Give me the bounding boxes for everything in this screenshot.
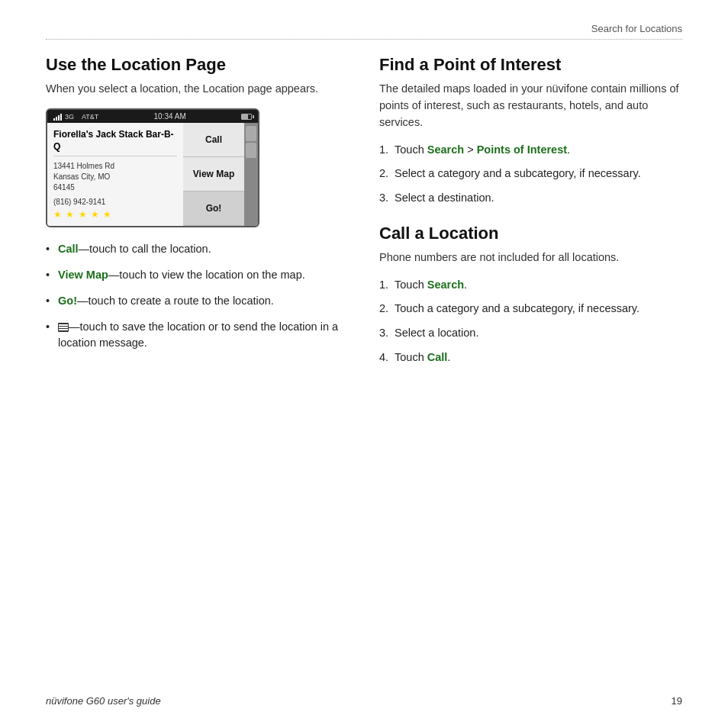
phone-left-panel: Fiorella's Jack Stack Bar-B-Q 13441 Holm…	[47, 123, 183, 226]
bullet-text-viewmap: —touch to view the location on the map.	[108, 269, 305, 281]
battery-fill	[242, 114, 248, 119]
find-poi-step-1-link2: Points of Interest	[477, 143, 567, 156]
left-section-title: Use the Location Page	[46, 55, 349, 75]
page-container: Search for Locations Use the Location Pa…	[0, 0, 728, 728]
call-step-1-num: 1.	[379, 277, 388, 294]
phone-carrier: AT&T	[82, 113, 98, 121]
menu-icon	[58, 323, 69, 332]
find-poi-step-1: 1. Touch Search > Points of Interest.	[379, 142, 682, 159]
phone-side-btn-1	[246, 126, 256, 141]
phone-stars: ★ ★ ★ ★ ★	[53, 209, 177, 220]
header-text: Search for Locations	[591, 23, 682, 34]
call-location-step-2: 2. Touch a category and a subcategory, i…	[379, 301, 682, 317]
phone-side-btn-2	[246, 143, 256, 158]
find-poi-step-3-num: 3.	[379, 190, 388, 207]
call-location-step-3: 3. Select a location.	[379, 325, 682, 342]
call-step-2-text: Touch a category and a subcategory, if n…	[395, 302, 639, 314]
bullet-term-go: Go!	[58, 295, 77, 307]
bullet-item-viewmap: View Map—touch to view the location on t…	[46, 267, 349, 284]
left-section-intro: When you select a location, the Location…	[46, 81, 349, 98]
find-poi-step-1-link1: Search	[427, 143, 464, 156]
call-step-4-num: 4.	[379, 350, 388, 366]
call-location-intro: Phone numbers are not included for all l…	[379, 250, 682, 266]
find-poi-step-3: 3. Select a destination.	[379, 190, 682, 207]
right-column: Find a Point of Interest The detailed ma…	[379, 55, 682, 374]
phone-address-line2: Kansas City, MO	[53, 172, 110, 181]
signal-bars	[53, 113, 62, 121]
signal-bar-1	[53, 118, 55, 121]
footer-page: 19	[672, 695, 682, 707]
bullet-item-call: Call—touch to call the location.	[46, 241, 349, 258]
phone-status-left: 3G AT&T	[53, 113, 98, 121]
phone-location-name: Fiorella's Jack Stack Bar-B-Q	[53, 129, 177, 156]
call-location-title: Call a Location	[379, 224, 682, 243]
left-column: Use the Location Page When you select a …	[46, 55, 349, 374]
call-step-3-text: Select a location.	[395, 327, 478, 339]
phone-call-button[interactable]: Call	[183, 123, 244, 157]
bullet-term-call: Call	[58, 243, 79, 255]
footer-title: nüvifone G60 user's guide	[46, 695, 161, 707]
bullet-term-viewmap: View Map	[58, 269, 108, 281]
bullet-text-call: —touch to call the location.	[79, 243, 211, 255]
find-poi-step-2-text: Select a category and a subcategory, if …	[395, 167, 641, 179]
battery-icon	[241, 114, 252, 120]
find-poi-step-3-text: Select a destination.	[395, 192, 494, 204]
call-step-2-num: 2.	[379, 301, 388, 317]
bullet-list: Call—touch to call the location. View Ma…	[46, 241, 349, 352]
phone-content: Fiorella's Jack Stack Bar-B-Q 13441 Holm…	[47, 123, 258, 226]
call-location-steps: 1. Touch Search. 2. Touch a category and…	[379, 277, 682, 366]
call-step-1-link: Search	[427, 279, 464, 291]
bullet-item-go: Go!—touch to create a route to the locat…	[46, 293, 349, 310]
find-poi-step-1-num: 1.	[379, 142, 388, 159]
call-location-step-4: 4. Touch Call.	[379, 350, 682, 366]
bullet-text-menu: —touch to save the location or to send t…	[58, 321, 338, 350]
phone-address: 13441 Holmes Rd Kansas City, MO 64145	[53, 161, 177, 193]
phone-address-line3: 64145	[53, 183, 75, 192]
phone-viewmap-button[interactable]: View Map	[183, 157, 244, 192]
phone-status-right	[241, 114, 252, 120]
find-poi-steps: 1. Touch Search > Points of Interest. 2.…	[379, 142, 682, 207]
page-footer: nüvifone G60 user's guide 19	[46, 695, 682, 707]
phone-status-time: 10:34 AM	[154, 112, 186, 121]
phone-mockup: 3G AT&T 10:34 AM Fiorella's Jack Stack B…	[46, 108, 259, 227]
call-step-4-link: Call	[427, 351, 448, 363]
signal-bar-2	[56, 117, 57, 121]
phone-right-panel: Call View Map Go!	[183, 123, 244, 226]
find-poi-title: Find a Point of Interest	[379, 55, 682, 75]
call-step-3-num: 3.	[379, 325, 388, 342]
page-header: Search for Locations	[46, 23, 682, 40]
find-poi-step-2: 2. Select a category and a subcategory, …	[379, 166, 682, 182]
phone-go-button[interactable]: Go!	[183, 192, 244, 226]
phone-status-bar: 3G AT&T 10:34 AM	[47, 110, 258, 123]
find-poi-step-2-num: 2.	[379, 166, 388, 182]
call-location-step-1: 1. Touch Search.	[379, 277, 682, 294]
signal-bar-3	[58, 115, 60, 121]
signal-bar-4	[60, 114, 62, 121]
phone-side-buttons	[244, 123, 258, 226]
bullet-item-menu: —touch to save the location or to send t…	[46, 319, 349, 353]
phone-address-line1: 13441 Holmes Rd	[53, 162, 114, 170]
phone-signal-type: 3G	[65, 113, 74, 121]
find-poi-intro: The detailed maps loaded in your nüvifon…	[379, 81, 682, 130]
content-columns: Use the Location Page When you select a …	[46, 55, 682, 374]
bullet-text-go: —touch to create a route to the location…	[77, 295, 274, 307]
phone-phone-number: (816) 942-9141	[53, 198, 177, 206]
